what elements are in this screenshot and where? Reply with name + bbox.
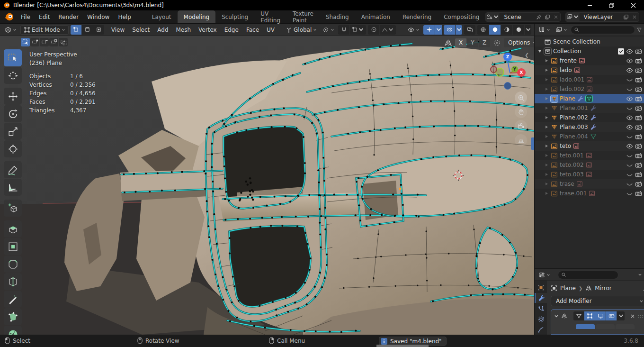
disclosure-icon[interactable] [544, 125, 549, 129]
outliner-row-teto.002[interactable]: teto.002 [535, 160, 644, 170]
visibility-dropdown[interactable] [406, 25, 421, 35]
panel-expand-chevron-icon[interactable] [554, 314, 559, 319]
eye-open-icon[interactable] [626, 124, 633, 131]
menu-render[interactable]: Render [54, 12, 83, 22]
eye-open-icon[interactable] [626, 95, 633, 102]
breadcrumb-object[interactable]: Plane [560, 285, 576, 292]
new-scene-icon[interactable] [543, 13, 552, 21]
options-dropdown[interactable]: Options [504, 38, 534, 47]
select-extend-button[interactable] [30, 38, 39, 46]
pivot-dropdown[interactable] [321, 25, 336, 35]
viewport-menu-face[interactable]: Face [243, 25, 262, 35]
tool-rotate[interactable] [4, 105, 22, 122]
mirror-axis-z-button[interactable]: Z [479, 38, 490, 47]
tool-add-cube[interactable] [4, 200, 22, 217]
viewlayer-selector[interactable]: ViewLayer [565, 12, 639, 22]
scene-selector[interactable]: Scene [485, 12, 560, 22]
eye-closed-icon[interactable] [626, 181, 633, 188]
vertex-select-button[interactable] [71, 25, 81, 35]
outliner-row-trase.001[interactable]: trase.001 [535, 189, 644, 198]
outliner-search-input[interactable] [581, 27, 632, 33]
eye-open-icon[interactable] [626, 67, 633, 74]
eye-closed-icon[interactable] [626, 152, 633, 159]
collection-checkbox[interactable] [618, 48, 624, 55]
viewport-menu-uv[interactable]: UV [263, 25, 278, 35]
axis-y-button[interactable] [596, 324, 615, 329]
outliner-row-trase[interactable]: trase [535, 179, 644, 189]
eye-closed-icon[interactable] [626, 162, 633, 169]
outliner-row-scene-collection[interactable]: Scene Collection [535, 37, 644, 46]
eye-closed-icon[interactable] [626, 190, 633, 197]
outliner-editor-type-button[interactable] [537, 25, 552, 35]
disclosure-icon[interactable] [544, 87, 549, 91]
outliner-row-teto.001[interactable]: teto.001 [535, 151, 644, 160]
camera-view-button[interactable] [515, 120, 527, 132]
editor-type-button[interactable] [3, 25, 18, 35]
eye-open-icon[interactable] [626, 48, 633, 55]
scene-name[interactable]: Scene [500, 14, 534, 20]
xray-toggle[interactable] [464, 25, 475, 35]
filter-chevron-icon[interactable] [638, 273, 642, 277]
tab-particles[interactable] [535, 304, 547, 313]
camera-icon[interactable] [635, 76, 642, 83]
mode-dropdown[interactable]: Edit Mode [20, 25, 69, 35]
outliner-row-lado[interactable]: lado [535, 65, 644, 75]
workspace-tab-sculpting[interactable]: Sculpting [215, 10, 254, 23]
modifier-extras-dropdown[interactable] [617, 311, 625, 320]
disclosure-icon[interactable] [544, 77, 549, 82]
viewlayer-name[interactable]: ViewLayer [580, 14, 622, 20]
select-subtract-button[interactable] [40, 38, 49, 46]
eye-open-icon[interactable] [626, 143, 633, 150]
tool-knife[interactable] [4, 291, 22, 308]
gizmo-axis-z-neg[interactable] [504, 82, 511, 90]
eye-closed-icon[interactable] [626, 105, 633, 112]
edge-select-button[interactable] [82, 25, 93, 35]
camera-icon[interactable] [635, 86, 642, 93]
outliner-row-lado.001[interactable]: lado.001 [535, 75, 644, 84]
ortho-grid-button[interactable] [515, 134, 527, 146]
camera-icon[interactable] [635, 95, 642, 102]
viewport-menu-vertex[interactable]: Vertex [195, 25, 220, 35]
disclosure-icon[interactable] [544, 172, 549, 177]
tab-modifiers[interactable] [535, 293, 547, 302]
tool-spin[interactable] [4, 326, 22, 335]
viewport-menu-edge[interactable]: Edge [221, 25, 242, 35]
workspace-tab-rendering[interactable]: Rendering [396, 10, 438, 23]
on-cage-toggle[interactable] [573, 311, 584, 320]
disclosure-icon[interactable] [544, 144, 549, 148]
tool-loop-cut[interactable] [4, 273, 22, 290]
outliner-row-teto[interactable]: teto [535, 141, 644, 151]
properties-search[interactable] [558, 271, 618, 279]
shading-material-button[interactable] [501, 25, 512, 35]
tool-extrude-region[interactable] [4, 220, 22, 237]
gizmo-axis-x-neg[interactable] [490, 66, 497, 73]
camera-icon[interactable] [635, 133, 642, 140]
eye-closed-icon[interactable] [626, 76, 633, 83]
disclosure-icon[interactable] [544, 96, 549, 101]
drag-handle-icon[interactable]: :::: [638, 314, 644, 319]
new-viewlayer-icon[interactable] [622, 13, 630, 21]
disclosure-icon[interactable] [544, 134, 549, 139]
camera-icon[interactable] [635, 181, 642, 188]
camera-icon[interactable] [635, 114, 642, 121]
outliner-row-Plane.004[interactable]: Plane.004 [535, 132, 644, 141]
snap-settings-dropdown[interactable] [350, 25, 366, 35]
tool-measure[interactable] [4, 179, 22, 196]
eye-closed-icon[interactable] [626, 86, 633, 93]
outliner-row-Plane.002[interactable]: Plane.002 [535, 113, 644, 122]
workspace-tab-layout[interactable]: Layout [146, 10, 178, 23]
outliner-row-lado.002[interactable]: lado.002 [535, 84, 644, 94]
gizmos-toggle[interactable] [423, 25, 435, 35]
orientation-dropdown[interactable]: Global [284, 25, 319, 35]
remove-viewlayer-icon[interactable] [630, 13, 639, 21]
navigation-gizmo[interactable]: Z Y X [489, 53, 532, 97]
pin-icon[interactable] [535, 13, 543, 21]
tool-move[interactable] [4, 88, 22, 105]
tool-transform[interactable] [4, 140, 22, 157]
axis-x-button[interactable] [576, 324, 595, 329]
close-button[interactable] [622, 0, 644, 10]
axis-z-button[interactable] [616, 324, 635, 329]
disclosure-icon[interactable] [544, 58, 549, 63]
add-modifier-button[interactable]: Add Modifier [551, 296, 644, 306]
workspace-tab-modeling[interactable]: Modeling [178, 10, 216, 23]
